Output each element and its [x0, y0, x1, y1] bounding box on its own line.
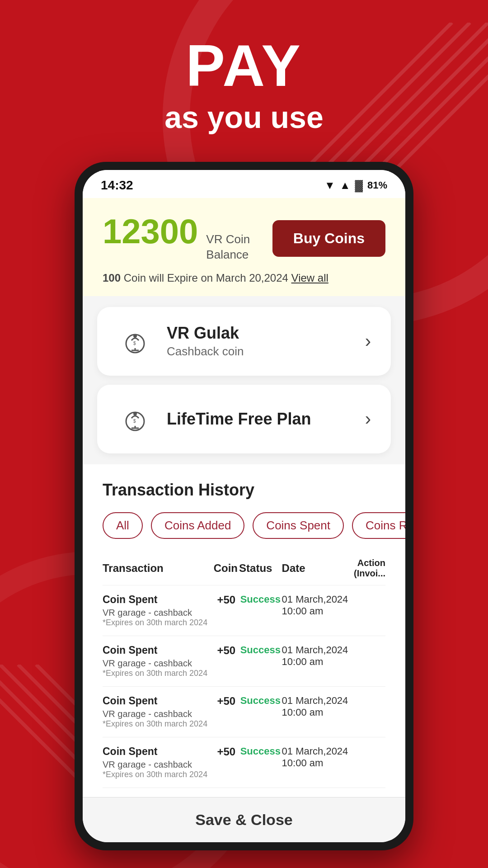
header-pay-text: PAY: [0, 36, 488, 95]
transaction-table: Transaction Coin Status Date Action(Invo…: [103, 553, 385, 788]
coin-balance-section: 12300 VR Coin Balance Buy Coins 100 Coin…: [83, 198, 405, 296]
header-section: PAY as you use: [0, 0, 488, 162]
battery-icon: ▓: [355, 179, 363, 192]
save-close-button[interactable]: Save & Close: [195, 811, 292, 829]
cell-date-1: 01 March,2024 10:00 am: [282, 636, 352, 686]
table-row: Coin Spent VR garage - cashback *Expires…: [103, 737, 385, 788]
lifetime-chevron-icon: ›: [365, 409, 371, 429]
cell-status-0: Success: [239, 585, 282, 636]
svg-text:$: $: [133, 419, 136, 424]
cell-transaction-0: Coin Spent VR garage - cashback *Expires…: [103, 585, 214, 636]
lifetime-icon: $: [117, 401, 153, 437]
cell-action-2: [352, 686, 385, 737]
gulak-icon: $: [117, 323, 153, 359]
phone-mockup: 14:32 ▼ ▲ ▓ 81% 12300 VR Coin Balance: [0, 162, 488, 850]
transaction-history-section: Transaction History All Coins Added Coin…: [83, 464, 405, 797]
wifi-icon: ▼: [324, 179, 335, 192]
coin-label: VR Coin Balance: [206, 232, 250, 263]
cell-action-0: [352, 585, 385, 636]
filter-coins-refunded[interactable]: Coins Refunded: [352, 512, 405, 539]
cell-transaction-2: Coin Spent VR garage - cashback *Expires…: [103, 686, 214, 737]
coin-amount-group: 12300 VR Coin Balance: [103, 214, 250, 263]
transaction-history-title: Transaction History: [103, 481, 385, 500]
cell-coin-3: +50: [214, 737, 239, 788]
cell-status-1: Success: [239, 636, 282, 686]
cell-coin-2: +50: [214, 686, 239, 737]
card-section: $ VR Gulak Cashback coin ›: [83, 296, 405, 464]
table-row: Coin Spent VR garage - cashback *Expires…: [103, 686, 385, 737]
table-row: Coin Spent VR garage - cashback *Expires…: [103, 585, 385, 636]
gulak-subtitle: Cashback coin: [167, 344, 244, 359]
col-status: Status: [239, 553, 282, 585]
header-sub-text: as you use: [0, 99, 488, 135]
svg-point-12: [133, 334, 137, 338]
filter-all[interactable]: All: [103, 512, 143, 539]
status-time: 14:32: [101, 178, 133, 193]
status-bar: 14:32 ▼ ▲ ▓ 81%: [83, 170, 405, 198]
save-close-bar: Save & Close: [83, 797, 405, 842]
table-row: Coin Spent VR garage - cashback *Expires…: [103, 636, 385, 686]
lifetime-title: LifeTime Free Plan: [167, 410, 311, 429]
cell-coin-0: +50: [214, 585, 239, 636]
cell-status-2: Success: [239, 686, 282, 737]
cell-transaction-3: Coin Spent VR garage - cashback *Expires…: [103, 737, 214, 788]
cell-transaction-1: Coin Spent VR garage - cashback *Expires…: [103, 636, 214, 686]
gulak-title: VR Gulak: [167, 324, 244, 343]
filter-coins-spent[interactable]: Coins Spent: [253, 512, 344, 539]
cell-date-2: 01 March,2024 10:00 am: [282, 686, 352, 737]
cell-status-3: Success: [239, 737, 282, 788]
expiry-amount: 100: [103, 272, 121, 284]
col-action: Action(Invoi...: [352, 553, 385, 585]
status-icons: ▼ ▲ ▓ 81%: [324, 179, 387, 192]
lifetime-plan-card[interactable]: $ LifeTime Free Plan ›: [97, 385, 391, 453]
cell-action-3: [352, 737, 385, 788]
cell-coin-1: +50: [214, 636, 239, 686]
coin-expiry-text: 100 Coin will Expire on March 20,2024 Vi…: [103, 272, 385, 284]
coin-amount: 12300: [103, 214, 198, 249]
cell-action-1: [352, 636, 385, 686]
cell-date-3: 01 March,2024 10:00 am: [282, 737, 352, 788]
col-date: Date: [282, 553, 352, 585]
filter-coins-added[interactable]: Coins Added: [151, 512, 244, 539]
vr-gulak-card[interactable]: $ VR Gulak Cashback coin ›: [97, 307, 391, 376]
gulak-chevron-icon: ›: [365, 331, 371, 351]
svg-point-17: [133, 412, 137, 415]
filter-tabs: All Coins Added Coins Spent Coins Refund…: [103, 512, 385, 539]
battery-percent: 81%: [367, 179, 387, 191]
svg-text:$: $: [133, 341, 136, 346]
signal-icon: ▲: [340, 179, 351, 192]
view-all-link[interactable]: View all: [291, 272, 328, 284]
cell-date-0: 01 March,2024 10:00 am: [282, 585, 352, 636]
phone-frame: 14:32 ▼ ▲ ▓ 81% 12300 VR Coin Balance: [75, 162, 413, 850]
phone-screen: 14:32 ▼ ▲ ▓ 81% 12300 VR Coin Balance: [83, 170, 405, 842]
col-coin: Coin: [214, 553, 239, 585]
buy-coins-button[interactable]: Buy Coins: [272, 220, 385, 257]
col-transaction: Transaction: [103, 553, 214, 585]
